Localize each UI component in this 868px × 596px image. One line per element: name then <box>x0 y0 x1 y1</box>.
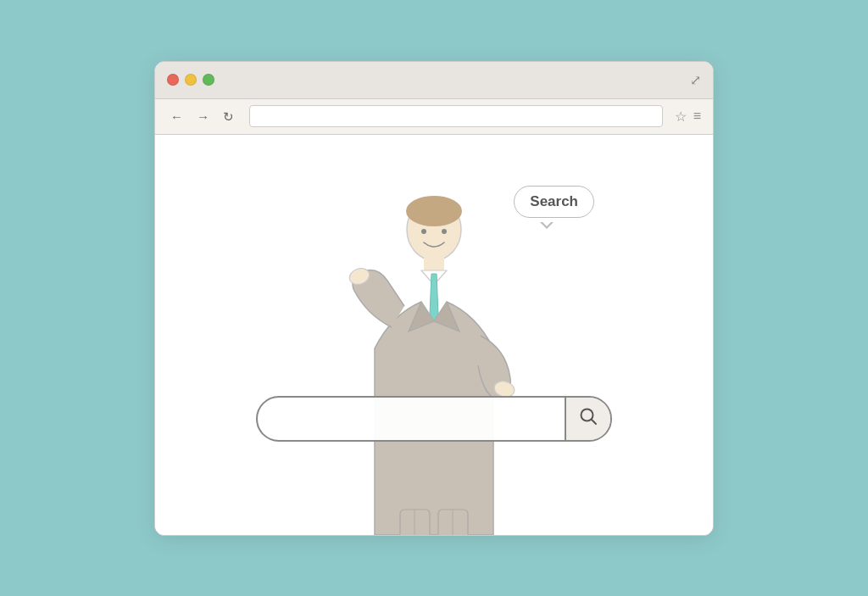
maximize-button[interactable] <box>203 74 214 86</box>
title-bar: ⤢ <box>155 62 713 99</box>
forward-button[interactable]: → <box>193 109 213 125</box>
nav-bar: ← → ↻ ☆ ≡ <box>155 99 713 135</box>
svg-rect-5 <box>424 257 444 272</box>
search-bar <box>256 396 612 442</box>
traffic-lights <box>167 74 214 86</box>
menu-icon[interactable]: ≡ <box>693 109 701 124</box>
browser-window: ⤢ ← → ↻ ☆ ≡ Search <box>154 61 714 536</box>
expand-icon[interactable]: ⤢ <box>690 72 701 88</box>
svg-marker-7 <box>430 274 438 321</box>
refresh-button[interactable]: ↻ <box>220 109 237 125</box>
url-bar[interactable] <box>249 105 663 127</box>
svg-point-2 <box>408 198 460 224</box>
person-illustration <box>324 179 544 535</box>
svg-line-16 <box>592 420 596 424</box>
bookmark-icon[interactable]: ☆ <box>675 109 687 125</box>
search-bar-container <box>256 396 612 442</box>
close-button[interactable] <box>167 74 179 86</box>
svg-point-3 <box>421 229 426 234</box>
back-button[interactable]: ← <box>167 109 186 125</box>
search-input[interactable] <box>258 398 565 440</box>
svg-point-4 <box>442 229 447 234</box>
search-button[interactable] <box>565 396 610 442</box>
minimize-button[interactable] <box>185 74 197 86</box>
search-icon <box>579 407 598 430</box>
content-area: Search <box>155 135 713 535</box>
